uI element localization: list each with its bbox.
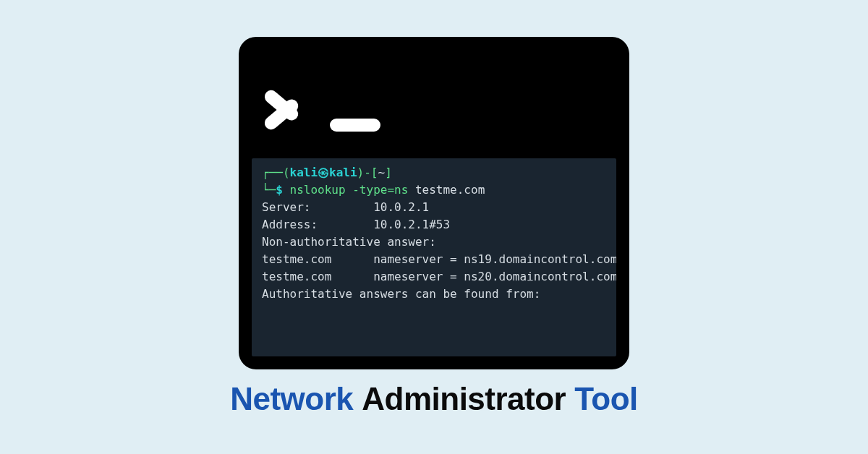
server-line: Server: 10.0.2.1 [262, 199, 606, 216]
terminal-card: ┌──(kali㉿kali)-[~] └─$ nslookup -type=ns… [239, 37, 629, 369]
title-word-3: Tool [574, 381, 638, 417]
cursor-icon [330, 119, 380, 132]
address-line: Address: 10.0.2.1#53 [262, 216, 606, 234]
page-title: Network Administrator Tool [230, 381, 638, 417]
title-word-1: Network [230, 381, 353, 417]
prompt-icon [252, 50, 616, 158]
nonauth-header: Non-authoritative answer: [262, 234, 606, 251]
ns-record-1: testme.com nameserver = ns19.domaincontr… [262, 251, 606, 268]
title-word-2: Administrator [362, 381, 566, 417]
prompt-line-1: ┌──(kali㉿kali)-[~] [262, 164, 606, 181]
terminal-output-panel: ┌──(kali㉿kali)-[~] └─$ nslookup -type=ns… [252, 158, 616, 356]
auth-footer: Authoritative answers can be found from: [262, 286, 606, 303]
ns-record-2: testme.com nameserver = ns20.domaincontr… [262, 268, 606, 286]
chevron-icon [266, 72, 310, 137]
prompt-line-2: └─$ nslookup -type=ns testme.com [262, 181, 606, 199]
